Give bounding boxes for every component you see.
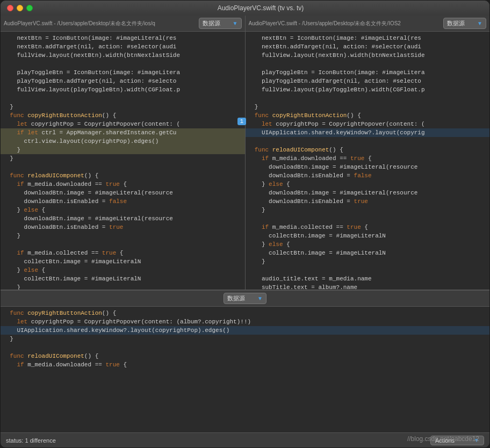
left-panel-path: AudioPlayerVC.swift - /Users/apple/Deskt… (4, 20, 197, 27)
code-line (246, 266, 490, 274)
code-line (1, 94, 245, 103)
code-line-diff: } (1, 146, 245, 154)
left-datasource-dropdown[interactable]: 数据源 ▼ (199, 18, 242, 29)
titlebar: AudioPlayerVC.swift (tv vs. tv) (1, 1, 489, 16)
code-line: } (1, 335, 489, 343)
bottom-pane: 数据源 ▼ func copyRightButtonAction() { let… (1, 290, 489, 432)
code-line (246, 60, 490, 68)
app-window: AudioPlayerVC.swift (tv vs. tv) AudioPla… (0, 0, 490, 448)
code-line: fullView.layout(playToggleBtn).width(CGF… (246, 85, 490, 94)
code-line: downloadBtn.image = #imageLiteral(resour… (1, 189, 245, 197)
code-line: func reloadUIComponet() { (1, 352, 489, 360)
code-line: fullView.layout(playToggleBtn).width(CGF… (1, 85, 245, 94)
code-line (1, 60, 245, 68)
code-line: collectBtn.image = #imageLiteralN (246, 232, 490, 240)
right-panel: AudioPlayerVC.swift - /Users/apple/Deskt… (246, 16, 490, 290)
left-code-area[interactable]: nextBtn = IconButton(image: #imageLitera… (1, 32, 245, 290)
left-dropdown-arrow-icon: ▼ (233, 20, 238, 26)
code-line: func copyRightButtonAction() { (246, 111, 490, 120)
code-line: downloadBtn.isEnabled = true (246, 197, 490, 206)
code-line: } else { (1, 266, 245, 274)
code-line: collectBtn.image = #imageLiteralN (246, 249, 490, 257)
code-line: func copyRightButtonAction() { (1, 309, 489, 317)
code-line (1, 240, 245, 249)
code-line: } (246, 206, 490, 214)
code-line: } (246, 103, 490, 111)
code-line: subTitle.text = album?.name (246, 283, 490, 290)
code-line: func reloadUIComponet() { (246, 146, 490, 154)
bottom-datasource-dropdown[interactable]: 数据源 ▼ (224, 293, 266, 304)
code-line: } (1, 154, 245, 163)
code-line: if m_media.collected == true { (1, 249, 245, 257)
code-line: func reloadUIComponet() { (1, 171, 245, 180)
code-line: collectBtn.image = #imageLiteralN (1, 257, 245, 266)
code-line: } (1, 283, 245, 290)
left-panel: AudioPlayerVC.swift - /Users/apple/Deskt… (1, 16, 246, 290)
code-line: } (1, 232, 245, 240)
code-line: nextBtn = IconButton(image: #imageLitera… (246, 34, 490, 42)
code-line: if m_media.downloaded == true { (1, 360, 489, 369)
code-line: downloadBtn.image = #imageLiteral(resour… (246, 163, 490, 171)
code-line-diff: if let ctrl = AppManager.sharedInstance.… (1, 128, 245, 137)
code-line: audio_title.text = m_media.name (246, 274, 490, 283)
code-line: playToggleBtn = IconButton(image: #image… (246, 68, 490, 77)
code-line: func copyRightButtonAction() { (1, 111, 245, 120)
diff-indicator: 1 (237, 118, 247, 125)
code-line (1, 163, 245, 171)
code-line: } (246, 257, 490, 266)
code-line (246, 94, 490, 103)
code-line: if m_media.downloaded == true { (1, 180, 245, 189)
code-line: let copyrightPop = CopyrightPopover(cont… (1, 120, 245, 128)
minimize-button[interactable] (17, 5, 23, 11)
code-line: let copyrightPop = CopyrightPopover(cont… (246, 120, 490, 128)
code-line: nextBtn.addTarget(nil, action: #selector… (1, 42, 245, 51)
code-line: } (1, 103, 245, 111)
window-title: AudioPlayerVC.swift (tv vs. tv) (38, 4, 483, 12)
code-line: playToggleBtn = IconButton(image: #image… (1, 68, 245, 77)
code-line: downloadBtn.isEnabled = false (1, 197, 245, 206)
code-line-diff: UIApplication.shared.keyWindow?.layout(c… (246, 128, 490, 137)
code-line: downloadBtn.image = #imageLiteral(resour… (246, 189, 490, 197)
code-line: if m_media.collected == true { (246, 223, 490, 232)
maximize-button[interactable] (26, 5, 33, 11)
close-button[interactable] (7, 5, 13, 11)
code-line: playToggleBtn.addTarget(nil, action: #se… (246, 77, 490, 85)
left-panel-header: AudioPlayerVC.swift - /Users/apple/Deskt… (1, 16, 245, 32)
code-line (1, 343, 489, 352)
right-panel-path: AudioPlayerVC.swift - /Users/apple/Deskt… (249, 20, 442, 27)
right-panel-header: AudioPlayerVC.swift - /Users/apple/Deskt… (246, 16, 490, 32)
code-line: collectBtn.image = #imageLiteralN (1, 274, 245, 283)
code-line: nextBtn.addTarget(nil, action: #selector… (246, 42, 490, 51)
code-line: fullView.layout(nextBtn).width(btnNextla… (246, 51, 490, 60)
code-line-selected: UIApplication.shared.keyWindow?.layout(c… (1, 326, 489, 335)
code-line: } else { (1, 206, 245, 214)
code-line: downloadBtn.isEnabled = true (1, 223, 245, 232)
traffic-lights (7, 5, 33, 11)
code-line: nextBtn = IconButton(image: #imageLitera… (1, 34, 245, 42)
top-split-pane: AudioPlayerVC.swift - /Users/apple/Deskt… (1, 16, 489, 290)
code-line (246, 137, 490, 146)
code-line: let copyrightPop = CopyrightPopover(cont… (1, 317, 489, 326)
code-line: fullView.layout(nextBtn).width(btnNextla… (1, 51, 245, 60)
code-line: playToggleBtn.addTarget(nil, action: #se… (1, 77, 245, 85)
code-line: if m_media.downloaded == true { (246, 154, 490, 163)
main-content: AudioPlayerVC.swift - /Users/apple/Deskt… (1, 16, 489, 447)
right-code-area[interactable]: nextBtn = IconButton(image: #imageLitera… (246, 32, 490, 290)
code-line (246, 214, 490, 223)
bottom-panel-header: 数据源 ▼ (1, 291, 489, 307)
bottom-code-area[interactable]: func copyRightButtonAction() { let copyr… (1, 307, 489, 432)
status-text: status: 1 difference (6, 437, 56, 444)
right-datasource-dropdown[interactable]: 数据源 ▼ (443, 18, 486, 29)
right-dropdown-arrow-icon: ▼ (477, 20, 482, 26)
code-line: } else { (246, 180, 490, 189)
watermark: //blog.csdn.net/oabcde12 (407, 435, 479, 443)
code-line: downloadBtn.isEnabled = false (246, 171, 490, 180)
bottom-dropdown-arrow-icon: ▼ (257, 295, 263, 301)
code-line-diff: ctrl.view.layout(copyrightPop).edges() (1, 137, 245, 146)
code-line: } else { (246, 240, 490, 249)
code-line: downloadBtn.image = #imageLiteral(resour… (1, 214, 245, 223)
